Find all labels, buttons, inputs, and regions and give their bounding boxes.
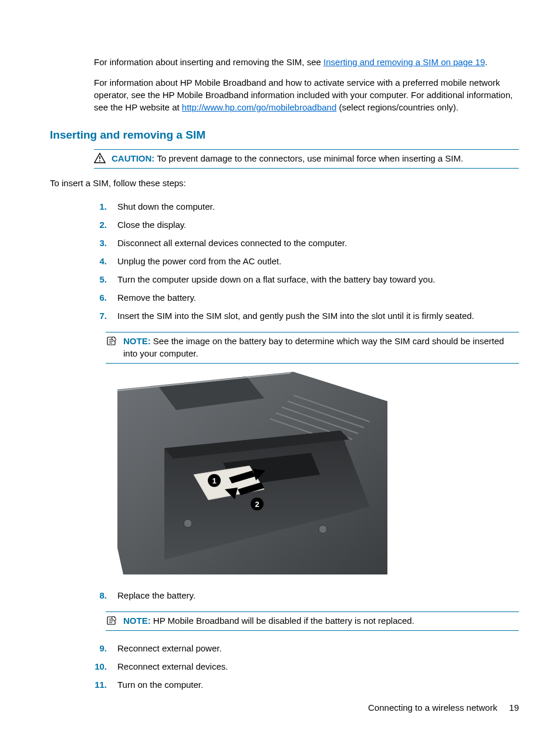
text: . [485, 57, 487, 67]
step-text: Shut down the computer. [117, 200, 519, 213]
step-text: Reconnect external power. [117, 642, 519, 654]
svg-point-2 [99, 160, 100, 161]
sim-insertion-figure: 1 2 [117, 372, 519, 574]
svg-text:1: 1 [212, 476, 216, 485]
step-text: Insert the SIM into the SIM slot, and ge… [117, 310, 519, 322]
note-text: See the image on the battery bay to dete… [123, 336, 504, 358]
step-item: 8.Replace the battery. [94, 586, 519, 604]
intro-paragraph-2: For information about HP Mobile Broadban… [94, 76, 519, 113]
step-number: 9. [94, 642, 107, 654]
page-number: 19 [509, 703, 519, 713]
step-text: Unplug the power cord from the AC outlet… [117, 255, 519, 267]
note-text: HP Mobile Broadband will be disabled if … [153, 616, 414, 626]
step-item: 5.Turn the computer upside down on a fla… [94, 270, 519, 288]
caution-icon [94, 152, 108, 163]
note-icon [106, 614, 120, 626]
step-number: 11. [94, 678, 107, 691]
svg-point-28 [319, 525, 327, 533]
step-text: Disconnect all external devices connecte… [117, 237, 519, 249]
page-footer: Connecting to a wireless network 19 [368, 701, 519, 714]
sim-crossref-link[interactable]: Inserting and removing a SIM on page 19 [323, 57, 485, 67]
step-number: 5. [94, 273, 107, 285]
step-item: 4.Unplug the power cord from the AC outl… [94, 252, 519, 270]
text: (select regions/countries only). [336, 102, 458, 112]
step-number: 3. [94, 237, 107, 249]
step-item: 2.Close the display. [94, 216, 519, 234]
note-label: NOTE: [123, 616, 151, 626]
note-label: NOTE: [123, 336, 151, 346]
step-item: 6.Remove the battery. [94, 288, 519, 307]
note-callout-1: NOTE: See the image on the battery bay t… [106, 332, 519, 364]
step-number: 6. [94, 291, 107, 304]
steps-list: 8.Replace the battery. [94, 586, 519, 604]
step-text: Close the display. [117, 219, 519, 231]
step-item: 7.Insert the SIM into the SIM slot, and … [94, 307, 519, 325]
intro-paragraph-1: For information about inserting and remo… [94, 56, 519, 68]
step-number: 2. [94, 219, 107, 231]
step-item: 3.Disconnect all external devices connec… [94, 234, 519, 252]
step-text: Turn the computer upside down on a flat … [117, 273, 519, 285]
svg-text:2: 2 [255, 500, 259, 509]
caution-callout: CAUTION: To prevent damage to the connec… [94, 149, 519, 169]
step-number: 4. [94, 255, 107, 267]
section-heading: Inserting and removing a SIM [50, 127, 519, 143]
step-text: Replace the battery. [117, 589, 519, 601]
lead-in: To insert a SIM, follow these steps: [50, 177, 519, 189]
step-item: 11.Turn on the computer. [94, 676, 519, 694]
step-item: 10.Reconnect external devices. [94, 657, 519, 676]
step-number: 7. [94, 310, 107, 322]
svg-point-27 [184, 519, 192, 527]
step-number: 8. [94, 589, 107, 601]
step-text: Turn on the computer. [117, 678, 519, 691]
caution-label: CAUTION: [112, 153, 154, 163]
step-text: Reconnect external devices. [117, 660, 519, 673]
steps-list: 9.Reconnect external power. 10.Reconnect… [94, 639, 519, 694]
hp-broadband-link[interactable]: http://www.hp.com/go/mobilebroadband [182, 102, 337, 112]
step-text: Remove the battery. [117, 291, 519, 304]
step-item: 9.Reconnect external power. [94, 639, 519, 657]
steps-list: 1.Shut down the computer. 2.Close the di… [94, 197, 519, 325]
step-item: 1.Shut down the computer. [94, 197, 519, 216]
note-callout-2: NOTE: HP Mobile Broadband will be disabl… [106, 611, 519, 631]
step-number: 10. [94, 660, 107, 673]
document-page: For information about inserting and remo… [0, 0, 560, 746]
note-icon [106, 335, 120, 346]
caution-text: To prevent damage to the connectors, use… [157, 153, 463, 163]
footer-section: Connecting to a wireless network [368, 703, 497, 713]
step-number: 1. [94, 200, 107, 213]
text: For information about inserting and remo… [94, 57, 323, 67]
